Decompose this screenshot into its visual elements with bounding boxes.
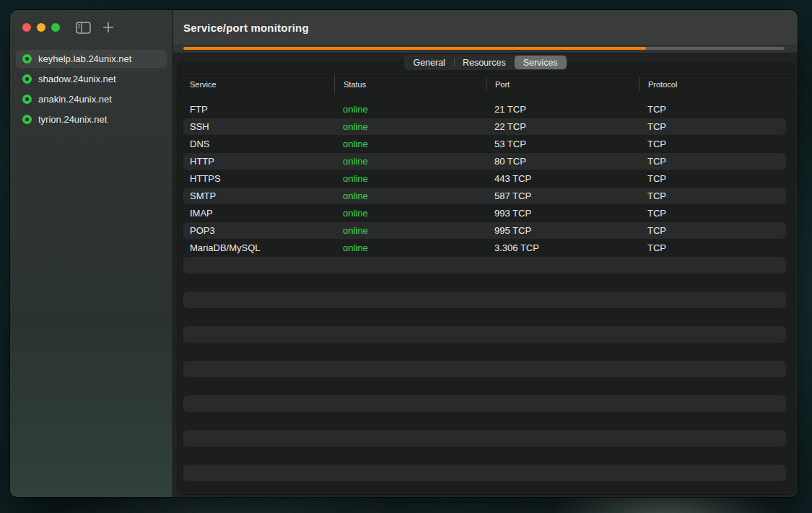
cell-status: online bbox=[334, 173, 486, 184]
table-row[interactable]: SMTP online 587 TCP TCP bbox=[178, 187, 795, 204]
table-row-empty bbox=[178, 291, 795, 308]
table-row-empty bbox=[178, 343, 795, 360]
progress-strip bbox=[173, 45, 798, 53]
add-server-plus-icon[interactable] bbox=[102, 22, 114, 33]
cell-service: FTP bbox=[178, 104, 334, 115]
server-label: keyhelp.lab.24unix.net bbox=[38, 53, 131, 64]
server-status-dot-icon bbox=[22, 74, 32, 84]
cell-port: 3.306 TCP bbox=[486, 242, 639, 253]
cell-protocol: TCP bbox=[639, 139, 786, 149]
cell-status: online bbox=[334, 242, 486, 253]
cell-status: online bbox=[334, 156, 486, 167]
cell-protocol: TCP bbox=[639, 225, 786, 236]
server-label: shadow.24unix.net bbox=[38, 74, 116, 84]
server-list: keyhelp.lab.24unix.net shadow.24unix.net… bbox=[10, 45, 173, 128]
table-row-empty bbox=[178, 447, 795, 464]
tab[interactable]: General bbox=[404, 56, 453, 69]
content-area: General Resources Services Service Statu… bbox=[173, 53, 798, 497]
server-label: tyrion.24unix.net bbox=[38, 114, 107, 125]
server-status-dot-icon bbox=[22, 54, 32, 63]
table-body: FTP online 21 TCP TCP SSH online 22 TCP … bbox=[178, 100, 795, 495]
cell-status: online bbox=[334, 190, 486, 201]
cell-protocol: TCP bbox=[639, 190, 786, 201]
cell-status: online bbox=[334, 139, 486, 149]
cell-service: MariaDB/MySQL bbox=[178, 242, 334, 253]
cell-service: POP3 bbox=[178, 225, 334, 236]
cell-protocol: TCP bbox=[639, 156, 786, 167]
table-row-empty bbox=[178, 481, 795, 495]
cell-protocol: TCP bbox=[639, 208, 786, 219]
close-button[interactable] bbox=[22, 23, 31, 32]
cell-port: 22 TCP bbox=[486, 121, 639, 132]
minimize-button[interactable] bbox=[37, 23, 45, 32]
cell-port: 53 TCP bbox=[486, 139, 639, 149]
table-row[interactable]: SSH online 22 TCP TCP bbox=[178, 118, 795, 135]
table-row-empty bbox=[178, 273, 795, 291]
table-row-empty bbox=[178, 429, 795, 447]
table-row-empty bbox=[178, 412, 795, 429]
cell-port: 993 TCP bbox=[486, 208, 639, 219]
table-row-empty bbox=[178, 256, 795, 273]
column-header[interactable]: Port bbox=[486, 76, 639, 92]
table-row-empty bbox=[178, 360, 795, 377]
app-window: keyhelp.lab.24unix.net shadow.24unix.net… bbox=[10, 10, 798, 497]
table-row-empty bbox=[178, 377, 795, 395]
cell-service: SMTP bbox=[178, 190, 334, 201]
cell-port: 80 TCP bbox=[486, 156, 639, 167]
table-row[interactable]: DNS online 53 TCP TCP bbox=[178, 135, 795, 152]
tab[interactable]: Resources bbox=[454, 56, 515, 69]
cell-protocol: TCP bbox=[639, 121, 786, 132]
table-row[interactable]: MariaDB/MySQL online 3.306 TCP TCP bbox=[178, 239, 795, 256]
cell-status: online bbox=[334, 208, 486, 219]
sidebar-item-server[interactable]: anakin.24unix.net bbox=[16, 90, 167, 108]
page-title: Service/port monitoring bbox=[183, 22, 309, 34]
sidebar-titlebar bbox=[10, 10, 173, 45]
progress-bar-track bbox=[183, 47, 785, 50]
table-row[interactable]: HTTP online 80 TCP TCP bbox=[178, 152, 795, 170]
table-row[interactable]: IMAP online 993 TCP TCP bbox=[178, 204, 795, 222]
traffic-lights bbox=[22, 23, 60, 32]
cell-protocol: TCP bbox=[639, 104, 786, 115]
table-row-empty bbox=[178, 325, 795, 343]
column-header[interactable]: Protocol bbox=[639, 76, 786, 92]
main-titlebar: Service/port monitoring bbox=[173, 10, 798, 45]
table-row[interactable]: POP3 online 995 TCP TCP bbox=[178, 222, 795, 239]
cell-status: online bbox=[334, 104, 486, 115]
table-row-empty bbox=[178, 308, 795, 325]
cell-service: HTTPS bbox=[178, 173, 334, 184]
sidebar-item-server[interactable]: shadow.24unix.net bbox=[16, 70, 167, 88]
column-header[interactable]: Status bbox=[334, 76, 486, 92]
progress-bar-fill bbox=[183, 47, 646, 50]
cell-protocol: TCP bbox=[639, 173, 786, 184]
sidebar: keyhelp.lab.24unix.net shadow.24unix.net… bbox=[10, 10, 173, 497]
cell-port: 995 TCP bbox=[486, 225, 639, 236]
cell-port: 21 TCP bbox=[486, 104, 639, 115]
cell-port: 443 TCP bbox=[486, 173, 639, 184]
cell-status: online bbox=[334, 225, 486, 236]
sidebar-toggle-icon[interactable] bbox=[76, 22, 91, 34]
main-area: Service/port monitoring General Resource… bbox=[173, 10, 798, 497]
table-row-empty bbox=[178, 464, 795, 481]
sidebar-item-server[interactable]: tyrion.24unix.net bbox=[16, 110, 167, 128]
cell-service: DNS bbox=[178, 139, 334, 149]
services-panel: Service Status Port Protocol FTP online … bbox=[177, 62, 795, 495]
tab-bar: General Resources Services bbox=[403, 55, 567, 70]
cell-service: IMAP bbox=[178, 208, 334, 219]
cell-port: 587 TCP bbox=[486, 190, 639, 201]
server-label: anakin.24unix.net bbox=[38, 94, 112, 105]
cell-service: SSH bbox=[178, 121, 334, 132]
sidebar-item-server[interactable]: keyhelp.lab.24unix.net bbox=[16, 50, 167, 68]
cell-protocol: TCP bbox=[639, 242, 786, 253]
table-row[interactable]: FTP online 21 TCP TCP bbox=[178, 100, 795, 118]
tab[interactable]: Services bbox=[515, 56, 567, 69]
table-header: Service Status Port Protocol bbox=[178, 75, 795, 93]
cell-status: online bbox=[334, 121, 486, 132]
cell-service: HTTP bbox=[178, 156, 334, 167]
column-header[interactable]: Service bbox=[178, 76, 334, 92]
server-status-dot-icon bbox=[22, 95, 32, 104]
server-status-dot-icon bbox=[22, 115, 32, 124]
table-row-empty bbox=[178, 395, 795, 412]
table-row[interactable]: HTTPS online 443 TCP TCP bbox=[178, 170, 795, 187]
zoom-button[interactable] bbox=[51, 23, 60, 32]
